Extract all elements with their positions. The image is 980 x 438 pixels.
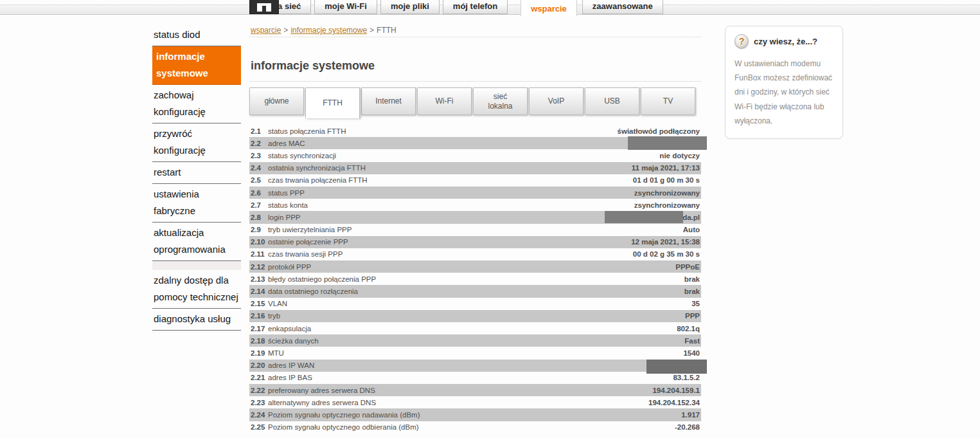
sidebar-item[interactable]: ustawienia fabryczne bbox=[152, 184, 241, 223]
sidebar-item[interactable]: status diod bbox=[152, 24, 241, 46]
sidebar-item[interactable]: aktualizacja oprogramowania bbox=[152, 223, 241, 261]
row-label: adres IP WAN bbox=[268, 361, 700, 369]
row-number: 2.19 bbox=[251, 349, 268, 357]
row-number: 2.17 bbox=[251, 325, 268, 333]
nav-tab-label: mój telefon bbox=[453, 1, 497, 11]
nav-tab-label: wsparcie bbox=[531, 4, 567, 14]
info-tab-label: VoIP bbox=[548, 96, 564, 106]
breadcrumb-separator: > bbox=[370, 26, 374, 35]
row-number: 2.20 bbox=[251, 361, 268, 369]
info-tab[interactable]: FTTH bbox=[305, 87, 360, 118]
sidebar-item[interactable]: diagnostyka usług bbox=[152, 309, 241, 331]
nav-tab[interactable]: moje Wi-Fi bbox=[314, 0, 377, 14]
row-number: 2.7 bbox=[251, 201, 268, 209]
info-tab-label: FTTH bbox=[323, 98, 343, 108]
row-number: 2.25 bbox=[251, 423, 268, 431]
row-value: PPPoE bbox=[675, 263, 700, 271]
row-value: da.pl bbox=[682, 214, 700, 221]
info-tabs: główne FTTH Internet Wi-Fi sieć lokalna … bbox=[249, 87, 697, 118]
row-number: 2.22 bbox=[251, 387, 268, 394]
tip-body-text: W ustawieniach modemu FunBox możesz zdef… bbox=[735, 57, 833, 128]
row-number: 2.14 bbox=[251, 287, 268, 295]
row-label: alternatywny adres serwera DNS bbox=[268, 399, 648, 406]
row-label: status synchronizacji bbox=[268, 152, 659, 160]
row-value: 12 maja 2021, 15:38 bbox=[631, 238, 700, 246]
sidebar-item[interactable] bbox=[152, 261, 241, 270]
sidebar-item[interactable]: zdalny dostęp dla pomocy technicznej bbox=[152, 270, 241, 309]
row-label: status połączenia FTTH bbox=[268, 127, 618, 135]
row-number: 2.6 bbox=[251, 189, 268, 197]
table-row: 2.10 ostatnie połączenie PPP 12 maja 202… bbox=[249, 236, 701, 248]
breadcrumb-link-wsparcie[interactable]: wsparcie bbox=[251, 26, 281, 35]
sidebar-item[interactable]: restart bbox=[152, 162, 241, 184]
row-number: 2.2 bbox=[251, 140, 268, 147]
row-number: 2.18 bbox=[251, 337, 268, 345]
nav-tab[interactable]: zaawansowane bbox=[582, 0, 663, 14]
info-tab-label: Wi-Fi bbox=[436, 96, 454, 106]
table-row: 2.24 Poziom sygnału optycznego nadawania… bbox=[249, 408, 701, 421]
row-label: tryb bbox=[268, 312, 685, 320]
nav-tab-label: moje Wi-Fi bbox=[325, 1, 367, 11]
row-label: preferowany adres serwera DNS bbox=[268, 387, 652, 394]
info-tab[interactable]: sieć lokalna bbox=[473, 87, 528, 115]
breadcrumb-divider bbox=[249, 37, 701, 37]
row-value: PPP bbox=[685, 312, 700, 320]
info-tab[interactable]: VoIP bbox=[529, 87, 584, 115]
info-tab-label: USB bbox=[604, 96, 620, 106]
row-value: zsynchronizowany bbox=[634, 201, 700, 209]
row-value: 1.917 bbox=[681, 411, 700, 419]
row-label: enkapsulacja bbox=[268, 325, 677, 333]
table-row: 2.25 Poziom sygnału optycznego odbierani… bbox=[249, 421, 701, 433]
info-tab[interactable]: USB bbox=[585, 87, 639, 115]
table-row: 2.17 enkapsulacja 802.1q bbox=[249, 322, 701, 334]
sidebar-item[interactable]: zachowaj konfigurację bbox=[152, 85, 241, 123]
row-value: Fast bbox=[684, 337, 700, 345]
row-value: 802.1q bbox=[677, 325, 700, 333]
row-label: czas trwania sesji PPP bbox=[268, 250, 633, 258]
table-row: 2.1 status połączenia FTTH światłowód po… bbox=[249, 125, 701, 137]
sidebar-item-label: zdalny dostęp dla pomocy technicznej bbox=[154, 275, 238, 302]
row-label: adres IP BAS bbox=[268, 374, 673, 381]
home-tab[interactable] bbox=[249, 0, 279, 14]
sidebar: status diod informacje systemowe zachowa… bbox=[152, 24, 241, 331]
main-navigation: moja sieć moje Wi-Fi moje pliki mój tele… bbox=[249, 0, 663, 16]
info-tab[interactable]: główne bbox=[249, 87, 304, 115]
table-row: 2.11 czas trwania sesji PPP 00 d 02 g 35… bbox=[249, 248, 701, 260]
nav-tab[interactable]: mój telefon bbox=[443, 0, 508, 14]
info-tab-label: Internet bbox=[375, 96, 402, 106]
row-label: protokół PPP bbox=[268, 263, 675, 271]
row-label: VLAN bbox=[268, 300, 691, 307]
sidebar-item-label: ustawienia fabryczne bbox=[154, 188, 199, 216]
table-row: 2.6 status PPP zsynchronizowany bbox=[249, 187, 701, 199]
row-label: Poziom sygnału optycznego odbierania (dB… bbox=[268, 423, 675, 431]
row-value: Auto bbox=[683, 226, 700, 233]
row-number: 2.21 bbox=[251, 374, 268, 381]
row-number: 2.12 bbox=[251, 263, 268, 271]
table-row: 2.7 status konta zsynchronizowany bbox=[249, 199, 701, 211]
sidebar-item-label: informacje systemowe bbox=[156, 51, 208, 78]
info-tab[interactable]: Internet bbox=[361, 87, 416, 115]
sidebar-item-label: restart bbox=[154, 167, 181, 178]
table-row: 2.4 ostatnia synchronizacja FTTH 11 maja… bbox=[249, 162, 701, 174]
table-row: 2.16 tryb PPP bbox=[249, 310, 701, 322]
table-row: 2.3 status synchronizacji nie dotyczy bbox=[249, 149, 701, 161]
sidebar-item[interactable]: informacje systemowe bbox=[152, 46, 241, 85]
row-number: 2.3 bbox=[251, 152, 268, 160]
sidebar-item-label: zachowaj konfigurację bbox=[154, 89, 206, 117]
nav-home-wrap bbox=[249, 0, 279, 14]
row-value: 194.204.159.1 bbox=[652, 387, 700, 394]
info-tab[interactable]: Wi-Fi bbox=[417, 87, 472, 115]
row-label: data ostatniego rozłączenia bbox=[268, 287, 684, 295]
table-row: 2.22 preferowany adres serwera DNS 194.2… bbox=[249, 384, 701, 396]
table-row: 2.8 login PPP da.pl bbox=[249, 211, 701, 223]
breadcrumb-link-informacje-systemowe[interactable]: informacje systemowe bbox=[290, 26, 367, 35]
title-divider bbox=[249, 81, 701, 82]
row-value: 11 maja 2021, 17:13 bbox=[632, 164, 700, 172]
nav-tab[interactable]: wsparcie bbox=[521, 0, 577, 16]
nav-tab[interactable]: moje pliki bbox=[380, 0, 440, 14]
redacted-value-overlay bbox=[646, 360, 707, 374]
sidebar-item-label: status diod bbox=[154, 29, 200, 40]
sidebar-item[interactable]: przywróć konfigurację bbox=[152, 123, 241, 162]
sidebar-item-label: aktualizacja oprogramowania bbox=[154, 227, 226, 255]
info-tab[interactable]: TV bbox=[641, 87, 695, 115]
